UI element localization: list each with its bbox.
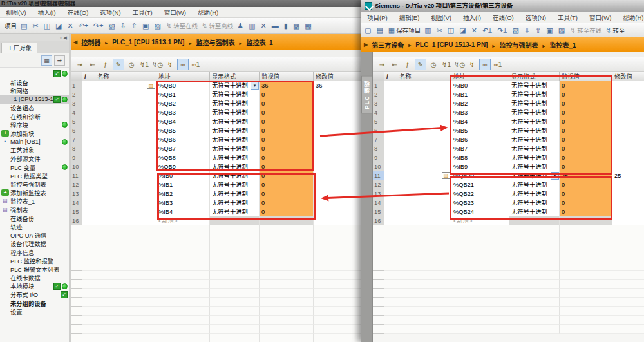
comment-cell[interactable] — [384, 108, 397, 117]
name-cell[interactable] — [95, 162, 156, 171]
upload-icon[interactable]: ⇧ — [534, 24, 544, 36]
print-icon[interactable]: ▥ — [423, 24, 433, 36]
format-cell[interactable]: 无符号十进制▼ — [509, 207, 560, 216]
add-row-below-icon[interactable]: ⇤ — [87, 59, 99, 70]
compile-icon[interactable]: ▧ — [107, 20, 117, 32]
save-project-partial-label[interactable]: 项目 — [2, 20, 18, 32]
name-cell[interactable] — [95, 189, 156, 198]
modify-value-cell[interactable] — [612, 135, 644, 144]
monitor-all-icon[interactable]: ✎ — [113, 59, 124, 70]
upload-icon[interactable]: ⇧ — [130, 20, 140, 32]
name-cell[interactable] — [397, 81, 451, 90]
name-cell[interactable] — [95, 135, 156, 144]
glasses-trigger-icon[interactable]: ∞ — [177, 59, 189, 70]
modify-value-cell[interactable] — [314, 90, 363, 99]
monitor-value-cell[interactable]: 36 — [260, 81, 314, 90]
address-cell[interactable]: %IB6 — [451, 135, 509, 144]
format-cell[interactable]: ▼ — [509, 216, 560, 225]
address-cell[interactable]: %IB8 — [451, 153, 509, 162]
modify-value-cell[interactable] — [314, 216, 363, 225]
go-offline-button[interactable]: ↯ 转至离线 — [200, 20, 234, 32]
menu-item[interactable]: 在线(O) — [487, 13, 520, 22]
monitor-value-cell[interactable]: 0 — [560, 189, 612, 198]
col-name[interactable]: 名称 — [397, 72, 451, 81]
monitor-value-cell[interactable]: 0 — [260, 117, 314, 126]
add-row-icon[interactable]: ⇥ — [74, 59, 86, 70]
tree-item[interactable]: 监控与强制表 — [0, 180, 69, 188]
col-modify[interactable]: 修改值 — [612, 72, 644, 81]
split-horizontal-icon[interactable]: ▬ — [270, 20, 281, 32]
monitor-value-cell[interactable]: 0 — [560, 108, 612, 117]
comment-cell[interactable] — [82, 90, 95, 99]
col-address[interactable]: 地址 — [156, 72, 210, 81]
format-cell[interactable]: 无符号十进制▼ — [509, 144, 560, 153]
modify-value-cell[interactable] — [612, 216, 644, 225]
comment-cell[interactable] — [82, 81, 95, 90]
address-cell[interactable]: %IB0 — [156, 171, 210, 180]
expand-tree-icon[interactable]: ➡ — [54, 55, 65, 66]
monitor-value-cell[interactable] — [560, 216, 612, 225]
menu-item[interactable]: 编辑(E) — [393, 13, 426, 22]
print-icon[interactable]: ▤ — [19, 20, 30, 32]
monitor-value-cell[interactable]: 0 — [560, 144, 612, 153]
address-cell[interactable]: %QB1 — [156, 90, 210, 99]
format-dropdown-icon[interactable]: ▼ — [551, 172, 559, 180]
address-cell[interactable]: %QB2 — [156, 99, 210, 108]
tree-item[interactable]: 未分组的设备 — [0, 299, 69, 307]
modify-value-cell[interactable] — [314, 189, 363, 198]
col-format[interactable]: 显示格式 — [509, 72, 560, 81]
tree-item[interactable]: 程序块 — [0, 120, 69, 129]
name-cell[interactable] — [95, 108, 156, 117]
format-cell[interactable]: 无符号十进制▼ — [509, 99, 560, 108]
format-cell[interactable]: 无符号十进制▼ — [210, 108, 260, 117]
comment-cell[interactable] — [384, 162, 397, 171]
comment-cell[interactable] — [384, 135, 397, 144]
menu-item[interactable]: 插入(I) — [32, 8, 62, 17]
glasses-one-icon[interactable]: ∞1 — [492, 59, 504, 70]
monitor-value-cell[interactable]: 0 — [560, 135, 612, 144]
format-cell[interactable]: 无符号十进制▼ — [210, 153, 260, 162]
breadcrumb-item[interactable]: 监控与强制表 — [488, 40, 538, 50]
name-cell[interactable] — [95, 207, 156, 216]
redo-icon[interactable]: ↷± — [92, 20, 106, 32]
delete-icon[interactable]: ✕ — [66, 20, 75, 32]
tree-item[interactable]: 工艺对象 — [0, 146, 69, 155]
monitor-value-cell[interactable]: 0 — [260, 144, 314, 153]
tree-item[interactable]: 在线备份 — [0, 214, 69, 222]
undo-icon[interactable]: ↶± — [77, 20, 91, 32]
new-project-icon[interactable]: ▢ — [363, 24, 374, 36]
address-cell[interactable]: %QB4 — [156, 117, 210, 126]
comment-cell[interactable] — [384, 99, 397, 108]
format-cell[interactable]: 无符号十进制▼ — [210, 81, 260, 90]
format-cell[interactable]: 无符号十进制▼ — [509, 90, 560, 99]
name-cell[interactable] — [397, 198, 451, 207]
tree-item[interactable]: PLC 变量 — [0, 163, 69, 171]
name-cell[interactable] — [397, 135, 451, 144]
address-cell[interactable]: %IB9 — [451, 162, 509, 171]
save-project-button[interactable]: ▦ 保存项目 — [387, 24, 422, 36]
tree-item[interactable]: Main [OB1] — [0, 138, 69, 146]
comment-cell[interactable] — [82, 189, 95, 198]
address-cell[interactable]: %QB9 — [156, 162, 210, 171]
tree-item[interactable]: PLC 报警文本列表 — [0, 265, 69, 273]
name-cell[interactable] — [95, 180, 156, 189]
address-cell[interactable]: %IB4 — [156, 207, 210, 216]
add-row-icon[interactable]: ⇥ — [376, 59, 388, 70]
cut-icon[interactable]: ✂ — [435, 24, 445, 36]
tree-item[interactable] — [0, 70, 69, 78]
cross-reference-icon[interactable]: ▩ — [292, 20, 302, 32]
copy-icon[interactable]: ◫ — [43, 20, 53, 32]
insert-fx-icon[interactable]: ƒ — [402, 59, 413, 70]
address-cell[interactable]: %IB5 — [451, 126, 509, 135]
address-cell[interactable]: %QB0 — [156, 81, 210, 90]
monitor-value-cell[interactable]: 0 — [560, 99, 612, 108]
format-cell[interactable]: 无符号十进制▼ — [509, 180, 560, 189]
modify-with-trigger-icon[interactable]: ↯◷ — [453, 59, 465, 70]
insert-fx-icon[interactable]: ƒ — [100, 59, 111, 70]
modify-value-cell[interactable] — [314, 171, 363, 180]
monitor-value-cell[interactable]: 0 — [260, 162, 314, 171]
name-cell[interactable] — [95, 171, 156, 180]
breadcrumb-item[interactable]: 控制器 — [81, 37, 100, 47]
monitor-value-cell[interactable] — [260, 216, 314, 225]
collapse-left-icon[interactable]: ◀ — [64, 35, 67, 41]
